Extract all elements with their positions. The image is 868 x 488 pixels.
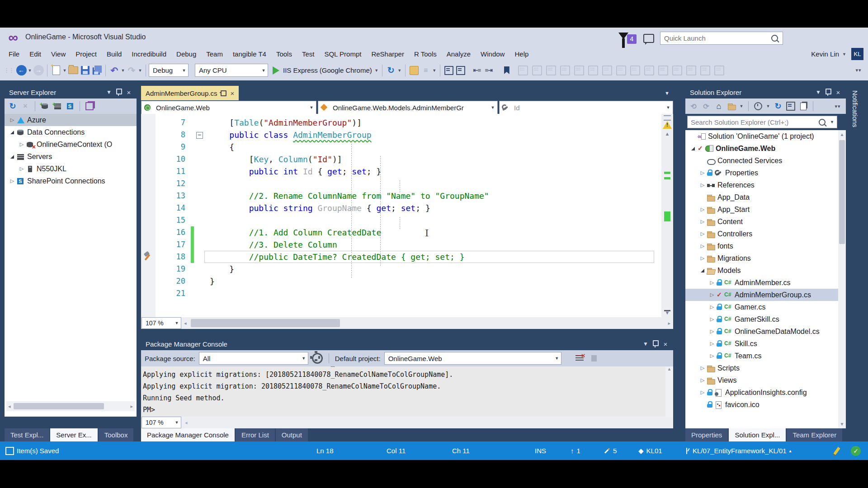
code-line[interactable]: 15 <box>156 214 661 226</box>
match-brace-button[interactable] <box>443 65 455 76</box>
expanded-arrow-icon[interactable] <box>8 128 16 136</box>
code-analysis-warning-icon[interactable] <box>663 121 672 129</box>
quick-launch-input[interactable] <box>660 34 771 42</box>
collapsed-arrow-icon[interactable] <box>708 328 716 336</box>
window-position-icon[interactable]: ▼ <box>813 89 823 95</box>
manage-subscriptions-icon[interactable] <box>84 101 95 112</box>
collapsed-arrow-icon[interactable] <box>698 181 707 189</box>
prev-bookmark-icon[interactable] <box>518 66 528 75</box>
snippet-icon[interactable] <box>574 66 584 75</box>
menu-item-edit[interactable]: Edit <box>24 48 46 60</box>
bookmark-button[interactable] <box>501 65 513 76</box>
tree-item[interactable]: References <box>685 179 838 191</box>
collapsed-arrow-icon[interactable] <box>698 242 707 250</box>
redo-caret[interactable]: ▼ <box>137 68 143 73</box>
panel-tab-output[interactable]: Output <box>276 428 308 441</box>
code-line[interactable]: 21 <box>156 287 661 300</box>
pin-icon[interactable] <box>114 89 124 96</box>
uncommitted-changes-indicator[interactable]: 5 <box>604 441 617 460</box>
notifications-tab[interactable]: Notifications <box>848 86 862 169</box>
scroll-up-arrow[interactable]: ▲ <box>665 366 673 371</box>
navigate-structure-button[interactable] <box>455 65 467 76</box>
user-menu[interactable]: Kevin Lin ▼ <box>811 48 846 60</box>
collapsed-arrow-icon[interactable] <box>698 389 707 397</box>
panel-tab-error-list[interactable]: Error List <box>236 428 275 441</box>
editor-zoom-dropdown[interactable]: 107 %▼ <box>142 317 181 329</box>
configuration-list-caret[interactable]: ▼ <box>432 68 437 73</box>
clear-bookmarks-icon[interactable] <box>546 66 556 75</box>
configuration-list-button[interactable]: ≡ <box>420 65 432 76</box>
hscroll-right-arrow[interactable]: ▸ <box>668 320 670 326</box>
tree-item[interactable]: Controllers <box>685 228 838 240</box>
glyph-margin[interactable] <box>141 114 156 317</box>
pmc-header[interactable]: Package Manager Console ▼ × <box>141 338 673 350</box>
tree-item[interactable]: Skill.cs <box>685 338 838 350</box>
connect-to-database-icon[interactable]: + <box>39 101 50 112</box>
collapsed-arrow-icon[interactable] <box>8 116 16 124</box>
hscroll-thumb[interactable] <box>191 319 340 327</box>
collapsed-arrow-icon[interactable] <box>708 291 716 299</box>
code-line[interactable]: 14 public string GroupName { get; set; } <box>156 202 661 214</box>
code-line[interactable]: 10 [Key, Column("Id")] <box>156 153 661 165</box>
expanded-arrow-icon[interactable] <box>689 145 697 153</box>
browse-web-icon[interactable] <box>616 66 626 75</box>
solution-explorer-vscrollbar[interactable]: ▲ ▼ <box>838 130 846 428</box>
tree-item[interactable]: Servers <box>5 150 137 163</box>
collapsed-arrow-icon[interactable] <box>708 352 716 360</box>
menu-item-view[interactable]: View <box>46 48 71 60</box>
panel-tab-package-manager-console[interactable]: Package Manager Console <box>141 428 235 441</box>
close-icon[interactable]: × <box>833 89 843 96</box>
collapsed-arrow-icon[interactable] <box>18 141 26 149</box>
pending-changes-filter-icon[interactable] <box>753 101 764 112</box>
panel-tab-solution-expl-[interactable]: Solution Expl... <box>729 428 786 441</box>
collapse-all-icon[interactable] <box>785 101 796 112</box>
sync-caret[interactable]: ▼ <box>739 104 744 108</box>
image-preview-icon[interactable] <box>588 66 598 75</box>
tree-item[interactable]: Gamer.cs <box>685 301 838 313</box>
export-pdf-icon[interactable] <box>658 66 668 75</box>
panel-tab-team-explorer[interactable]: Team Explorer <box>787 428 842 441</box>
tree-item[interactable]: Connected Services <box>685 155 838 167</box>
branch-indicator[interactable]: KL/07_EntityFramework_KL/01 ▴ <box>684 441 792 460</box>
view-document-icon[interactable] <box>630 66 640 75</box>
menu-item-window[interactable]: Window <box>476 48 509 60</box>
refresh-icon[interactable]: ↻ <box>773 101 783 112</box>
collapsed-arrow-icon[interactable] <box>698 218 707 226</box>
code-line[interactable]: 12 <box>156 178 661 190</box>
code-line[interactable]: 20} <box>156 275 661 287</box>
column-guides-icon[interactable] <box>560 66 570 75</box>
new-project-caret[interactable]: ▼ <box>62 68 67 73</box>
code-editor[interactable]: 7 [Table("AdminMemberGroup")]8− public c… <box>141 114 661 317</box>
browser-link-caret[interactable]: ▼ <box>397 68 402 73</box>
pin-icon[interactable] <box>651 340 660 347</box>
pin-tab-icon[interactable] <box>221 90 226 96</box>
package-source-settings-gear-icon[interactable] <box>312 353 323 364</box>
tree-item[interactable]: ApplicationInsights.config <box>685 386 838 399</box>
console-output[interactable]: Applying explicit migrations: [201805211… <box>141 366 673 417</box>
project-dropdown[interactable]: OnlineGame.Web ▼ <box>141 101 316 114</box>
menu-item-tangible-t4[interactable]: tangible T4 <box>228 48 271 60</box>
code-line[interactable]: 8− public class AdminMemberGroup <box>156 129 661 141</box>
window-position-icon[interactable]: ▼ <box>104 89 114 95</box>
tree-item[interactable]: favicon.ico <box>685 399 838 411</box>
menu-item-project[interactable]: Project <box>71 48 102 60</box>
menu-item-analyze[interactable]: Analyze <box>442 48 476 60</box>
tree-item[interactable]: OnlineGameContext (O <box>5 138 137 150</box>
tree-item[interactable]: AdminMember.cs <box>685 277 838 289</box>
indent-increase-button[interactable]: ≡⇥ <box>483 65 495 76</box>
solution-platforms-dropdown[interactable]: Any CPU▼ <box>195 64 268 77</box>
tree-item[interactable]: OnlineGameDataModel.cs <box>685 325 838 338</box>
unpushed-commits-indicator[interactable]: ↑1 <box>571 441 580 460</box>
editor-vertical-scrollbar[interactable]: ▲ ▼ ▼ <box>661 114 673 317</box>
scroll-down-arrow[interactable]: ▼ <box>838 422 846 427</box>
toolbar-overflow-icon[interactable]: ▾▾ <box>832 101 843 112</box>
new-project-button[interactable] <box>50 65 62 76</box>
menu-item-test[interactable]: Test <box>297 48 320 60</box>
tree-item[interactable]: Views <box>685 374 838 386</box>
solution-configurations-dropdown[interactable]: Debug▼ <box>149 64 189 77</box>
image-export-icon[interactable] <box>602 66 612 75</box>
code-line[interactable]: 11 public int Id { get; set; } <box>156 165 661 178</box>
collapsed-arrow-icon[interactable] <box>708 315 716 324</box>
run-target-caret[interactable]: ▼ <box>374 68 379 73</box>
hscroll-left-arrow[interactable]: ◂ <box>181 420 191 426</box>
